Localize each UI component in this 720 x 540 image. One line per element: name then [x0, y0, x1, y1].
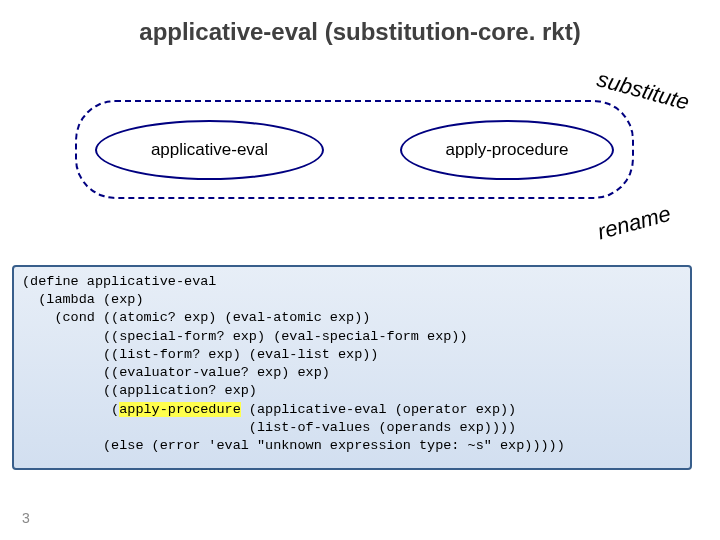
code-line: (	[22, 402, 119, 417]
code-block: (define applicative-eval (lambda (exp) (…	[12, 265, 692, 470]
code-line: ((evaluator-value? exp) exp)	[22, 365, 330, 380]
code-line: (cond ((atomic? exp) (eval-atomic exp))	[22, 310, 370, 325]
page-title: applicative-eval (substitution-core. rkt…	[0, 18, 720, 46]
node-applicative-eval: applicative-eval	[95, 120, 324, 180]
code-line: (else (error 'eval "unknown expression t…	[22, 438, 565, 453]
node-apply-procedure: apply-procedure	[400, 120, 614, 180]
code-line: (lambda (exp)	[22, 292, 144, 307]
slide: applicative-eval (substitution-core. rkt…	[0, 0, 720, 540]
code-line: ((special-form? exp) (eval-special-form …	[22, 329, 468, 344]
page-number: 3	[22, 510, 30, 526]
node-label: applicative-eval	[151, 140, 268, 160]
code-line: (applicative-eval (operator exp))	[241, 402, 516, 417]
node-label: apply-procedure	[446, 140, 569, 160]
annotation-rename: rename	[595, 201, 674, 245]
code-highlight: apply-procedure	[119, 402, 241, 417]
code-line: (list-of-values (operands exp))))	[22, 420, 516, 435]
code-line: (define applicative-eval	[22, 274, 216, 289]
code-line: ((application? exp)	[22, 383, 257, 398]
code-line: ((list-form? exp) (eval-list exp))	[22, 347, 378, 362]
